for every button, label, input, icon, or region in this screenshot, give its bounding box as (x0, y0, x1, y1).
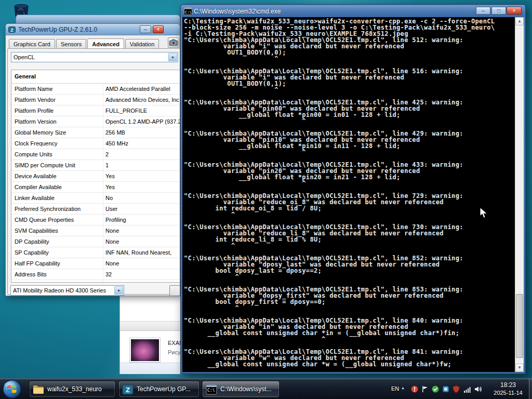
row-label: DP Capability (15, 238, 49, 245)
row-value: None (105, 260, 119, 267)
cmd-icon: C:\ (184, 7, 192, 15)
file-thumbnail[interactable] (129, 338, 161, 363)
gpuz-tab-strip: Graphics CardSensorsAdvancedValidation (9, 38, 160, 49)
row-value: User (105, 206, 117, 212)
table-row: Global Memory Size256 MB (11, 127, 180, 138)
language-indicator[interactable]: EN (391, 385, 399, 392)
taskbar-item-label: TechPowerUp GP... (137, 385, 196, 393)
show-hidden-icons-button[interactable]: ▲ (401, 386, 405, 390)
table-row: Platform NameAMD Accelerated Parallel (11, 84, 180, 95)
explorer-window-fragment: EXAMPLE_768x512 Рисунок JPEG (119, 296, 180, 374)
row-value: Profiling (105, 217, 126, 223)
row-value: 2 (105, 151, 109, 157)
gpuz-titlebar[interactable]: Z TechPowerUp GPU-Z 2.61.0 – × (6, 24, 180, 35)
tab-validation[interactable]: Validation (125, 39, 159, 48)
table-row: Preferred SynchronizationUser (11, 204, 180, 215)
clock-time: 18:23 (487, 381, 529, 389)
chevron-down-icon[interactable]: ▼ (168, 53, 177, 61)
table-row: Platform ProfileFULL_PROFILE (11, 105, 180, 116)
device-selector-dropdown[interactable]: ATI Mobility Radeon HD 4300 Series ▼ (10, 285, 124, 296)
scroll-up-icon[interactable]: ▲ (515, 17, 524, 25)
taskbar-clock[interactable]: 18:23 2025-11-14 (487, 381, 529, 396)
explorer-statusbar-fragment (120, 363, 180, 374)
taskbar-item-waifu2x-folder[interactable]: waifu2x_533_neuro (29, 381, 115, 397)
show-desktop-button[interactable] (529, 379, 532, 399)
cmd-close-button[interactable]: × (507, 7, 522, 15)
gpuz-minimize-button[interactable]: – (140, 25, 151, 33)
gpuz-close-button[interactable]: × (153, 25, 164, 33)
scroll-down-icon[interactable]: ▼ (515, 364, 524, 372)
cmd-icon: C:\ (205, 383, 218, 396)
action-center-flag-icon[interactable] (421, 385, 429, 393)
clock-date: 2025-11-14 (487, 390, 529, 396)
row-value: No (105, 195, 113, 201)
table-row: CMD Queue PropertiesProfiling (11, 215, 180, 225)
table-row: Linker AvailableNo (11, 193, 180, 204)
explorer-scrollbar-fragment[interactable] (120, 321, 180, 331)
svg-text:C:\: C:\ (185, 10, 192, 15)
row-label: Linker Available (15, 195, 55, 201)
gpuz-window-title: TechPowerUp GPU-Z 2.61.0 (18, 26, 97, 33)
network-icon[interactable] (463, 385, 472, 393)
row-label: Preferred Synchronization (15, 206, 81, 212)
taskbar-item-label: waifu2x_533_neuro (47, 385, 112, 393)
device-selector-value: ATI Mobility Radeon HD 4300 Series (13, 287, 113, 294)
console-client-area: C:\Testing-Pack\waifu2x_533_neuro>waifu2… (182, 17, 524, 372)
row-label: SIMD per Compute Unit (15, 162, 75, 168)
taskbar-item-cmd[interactable]: C:\ C:\Windows\syst... (202, 381, 280, 397)
row-label: CMD Queue Properties (15, 217, 74, 223)
cmd-maximize-button[interactable]: □ (491, 7, 506, 15)
scrollbar-thumb[interactable] (516, 294, 523, 358)
cmd-titlebar[interactable]: C:\ C:\Windows\system32\cmd.exe – □ × (181, 5, 525, 17)
row-value: 1 (105, 162, 109, 168)
table-row: Compiler AvailableYes (11, 182, 180, 193)
table-row: DP CapabilityNone (11, 236, 180, 247)
row-value: 450 MHz (105, 140, 128, 147)
windows-logo-icon (2, 379, 22, 399)
table-row: SP CapabilityINF NAN, Round Nearest, (11, 247, 180, 258)
table-row: Compute Units2 (11, 149, 180, 160)
row-label: SVM Capabilities (15, 228, 58, 234)
folder-icon (32, 383, 45, 396)
gpuz-close-button-fragment[interactable] (169, 285, 180, 296)
row-value: Yes (105, 184, 115, 190)
taskbar-item-label: C:\Windows\syst... (220, 385, 276, 393)
taskbar: waifu2x_533_neuro Z TechPowerUp GP... C:… (0, 378, 532, 399)
taskbar-item-gpuz[interactable]: Z TechPowerUp GP... (118, 381, 200, 397)
tab-sensors[interactable]: Sensors (56, 39, 86, 48)
row-label: Device Available (15, 173, 57, 179)
cmd-window: C:\ C:\Windows\system32\cmd.exe – □ × C:… (180, 4, 526, 374)
row-value: Yes (105, 173, 115, 179)
row-label: Address Bits (15, 271, 47, 277)
gpuz-icon: Z (122, 383, 134, 396)
row-label: Platform Vendor (15, 97, 56, 103)
row-label: Global Memory Size (15, 129, 66, 136)
opencl-section-dropdown[interactable]: OpenCL ▼ (11, 52, 178, 62)
console-output: C:\Testing-Pack\waifu2x_533_neuro>waifu2… (184, 18, 514, 372)
tray-app-icon[interactable] (442, 385, 450, 393)
gpuz-window: Z TechPowerUp GPU-Z 2.61.0 – × Graphics … (5, 23, 180, 296)
row-label: Platform Name (15, 86, 52, 92)
tray-update-icon[interactable] (410, 385, 419, 393)
desktop: EXAMPLE_768x512 Рисунок JPEG Z TechPower… (0, 0, 532, 399)
tab-graphics-card[interactable]: Graphics Card (9, 39, 55, 48)
tray-shield-icon[interactable] (452, 385, 460, 393)
tab-advanced[interactable]: Advanced (87, 38, 124, 48)
table-row: Platform VendorAdvanced Micro Devices, I… (11, 95, 180, 105)
row-value: None (105, 238, 119, 245)
camera-icon (168, 38, 179, 47)
chevron-down-icon[interactable]: ▼ (114, 286, 123, 295)
row-label: SP Capability (15, 249, 49, 256)
volume-icon[interactable] (474, 385, 482, 393)
row-label: Clock Frequency (15, 140, 58, 147)
table-row: Half FP CapabilityNone (11, 258, 180, 269)
tray-antivirus-icon[interactable] (431, 385, 440, 393)
console-scrollbar[interactable]: ▲ ▼ (515, 17, 524, 372)
opencl-properties-list: General Platform NameAMD Accelerated Par… (11, 70, 180, 283)
row-value: 32 (105, 271, 112, 277)
cmd-minimize-button[interactable]: – (476, 7, 490, 15)
screenshot-camera-button[interactable] (168, 37, 179, 48)
row-value: Advanced Micro Devices, Inc (105, 97, 179, 103)
row-label: Compute Units (15, 151, 52, 157)
start-button[interactable] (2, 379, 22, 399)
